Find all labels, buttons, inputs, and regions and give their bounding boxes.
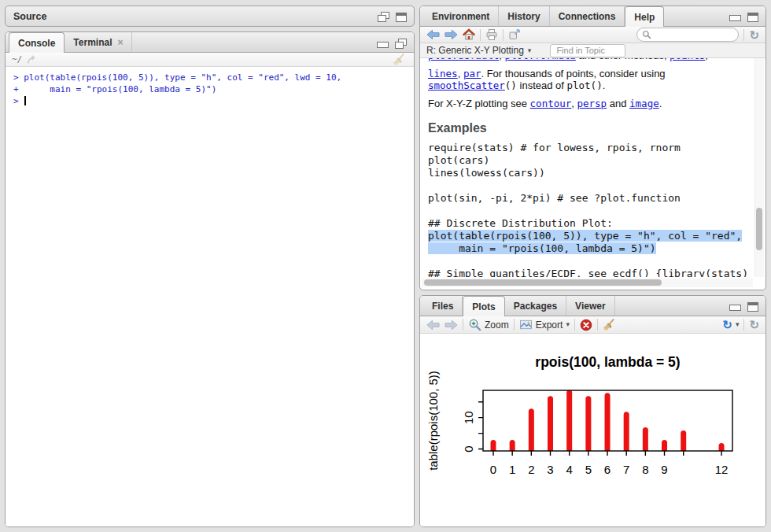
code-line: plot(sin, -pi, 2*pi) # see ?plot.functio…: [428, 192, 751, 205]
rstudio-window: Source ConsoleTerminal× ~/ > plot(table(…: [0, 0, 771, 532]
next-plot-icon[interactable]: [445, 320, 458, 331]
help-content: plot.default, plot.formula and other met…: [420, 58, 754, 277]
tab-connections[interactable]: Connections: [550, 6, 625, 26]
help-text: ,: [458, 68, 463, 79]
svg-text:1: 1: [509, 463, 515, 476]
svg-text:5: 5: [585, 463, 592, 476]
publish-plot-button[interactable]: ↻ ▾: [722, 319, 739, 331]
chevron-down-icon[interactable]: ▾: [528, 47, 532, 54]
horizontal-scrollbar-thumb[interactable]: [424, 279, 662, 286]
chevron-down-icon: ▾: [736, 321, 740, 328]
help-link[interactable]: contour: [530, 98, 572, 109]
help-text: .: [659, 98, 662, 109]
tab-console[interactable]: Console: [9, 32, 65, 53]
help-link[interactable]: plot.default: [428, 58, 499, 61]
maximize-pane-icon[interactable]: [747, 13, 758, 22]
help-text: .: [603, 79, 606, 91]
chevron-down-icon: ▾: [566, 321, 570, 328]
svg-text:0: 0: [462, 445, 475, 452]
help-topic-title: R: Generic X-Y Plotting ▾: [426, 45, 531, 56]
previous-plot-icon[interactable]: [426, 320, 440, 331]
help-text: instead of: [517, 79, 567, 91]
console-output[interactable]: > plot(table(rpois(100, 5)), type = "h",…: [6, 67, 414, 526]
print-icon[interactable]: [485, 28, 498, 41]
source-window-buttons: [378, 12, 407, 22]
close-tab-icon[interactable]: ×: [117, 37, 123, 48]
console-toolbar: ~/: [6, 53, 414, 67]
help-search-input[interactable]: [655, 29, 733, 40]
plots-content: 010012345678912rpois(100, lambda = 5)tab…: [420, 334, 765, 526]
plots-pane: FilesPlotsPackagesViewer Zoom: [419, 295, 766, 527]
help-text: . For thousands of points, consider usin…: [481, 68, 665, 79]
help-paragraph: For X-Y-Z plotting see contour, persp an…: [428, 98, 751, 109]
help-tabstrip: EnvironmentHistoryConnectionsHelp: [420, 6, 765, 27]
tab-packages[interactable]: Packages: [505, 296, 566, 316]
svg-text:9: 9: [661, 463, 667, 476]
vertical-scrollbar-thumb[interactable]: [756, 208, 762, 250]
restore-panes-icon[interactable]: [378, 12, 389, 22]
code-line: [428, 179, 751, 192]
refresh-icon[interactable]: ↻: [749, 29, 759, 41]
plots-tabstrip: FilesPlotsPackagesViewer: [420, 296, 765, 316]
help-link[interactable]: smoothScatter: [428, 79, 505, 91]
code-line: plot(table(rpois(100, 5)), type = "h", c…: [428, 230, 751, 242]
help-link[interactable]: points: [670, 58, 705, 61]
forward-icon[interactable]: [445, 29, 458, 40]
clear-all-plots-broom-icon[interactable]: [603, 318, 616, 331]
minimize-pane-icon[interactable]: [377, 42, 389, 48]
help-text: ,: [499, 58, 504, 61]
open-in-new-window-icon[interactable]: [508, 28, 521, 41]
maximize-pane-icon[interactable]: [396, 13, 407, 22]
tab-files[interactable]: Files: [423, 296, 463, 316]
zoom-plot-button[interactable]: Zoom: [468, 318, 509, 331]
svg-text:10: 10: [462, 411, 475, 424]
remove-plot-icon[interactable]: [580, 319, 592, 331]
help-link[interactable]: lines: [428, 68, 458, 79]
help-pane: EnvironmentHistoryConnectionsHelp: [419, 6, 766, 290]
plots-toolbar: Zoom Export ▾: [420, 316, 765, 334]
find-in-topic-input[interactable]: [550, 44, 625, 57]
export-plot-button[interactable]: Export ▾: [519, 319, 570, 331]
tab-terminal[interactable]: Terminal×: [65, 32, 132, 52]
svg-text:0: 0: [490, 463, 496, 476]
export-image-icon: [519, 319, 533, 331]
console-line: + main = "rpois(100, lambda = 5)"): [13, 83, 414, 95]
tab-plots[interactable]: Plots: [463, 296, 504, 316]
help-code-block: require(stats) # for lowess, rpois, rnor…: [428, 142, 751, 277]
examples-heading: Examples: [428, 122, 751, 134]
svg-text:table(rpois(100, 5)): table(rpois(100, 5)): [426, 371, 440, 471]
minimize-pane-icon[interactable]: [729, 305, 741, 311]
refresh-plot-icon[interactable]: ↻: [749, 319, 759, 331]
svg-text:3: 3: [547, 463, 553, 476]
help-paragraph: lines, par. For thousands of points, con…: [428, 68, 751, 91]
maximize-pane-icon[interactable]: [747, 302, 758, 312]
help-link[interactable]: persp: [577, 98, 607, 109]
tab-viewer[interactable]: Viewer: [566, 296, 614, 316]
help-text: ,: [705, 58, 708, 61]
source-pane-title: Source: [13, 11, 46, 22]
help-link[interactable]: plot.formula: [505, 58, 576, 61]
source-titlebar: Source: [6, 6, 414, 26]
minimize-pane-icon[interactable]: [729, 15, 741, 21]
code-line: [428, 255, 751, 268]
plots-window-buttons: [729, 302, 758, 312]
restore-panes-icon[interactable]: [395, 39, 407, 49]
code-line: main = "rpois(100, lambda = 5)"): [428, 242, 751, 255]
help-link[interactable]: par: [463, 68, 481, 79]
svg-text:rpois(100, lambda = 5): rpois(100, lambda = 5): [535, 354, 680, 370]
home-icon[interactable]: [463, 28, 475, 41]
help-link[interactable]: image: [629, 98, 659, 109]
toolbar-separator: [597, 319, 598, 331]
tab-history[interactable]: History: [499, 6, 549, 26]
console-window-buttons: [377, 39, 407, 49]
tab-environment[interactable]: Environment: [423, 6, 499, 26]
console-line: >: [13, 95, 414, 107]
help-text: For X-Y-Z plotting see: [428, 98, 530, 109]
inline-code: plot(): [567, 79, 603, 91]
svg-text:12: 12: [715, 463, 729, 476]
back-icon[interactable]: [426, 29, 440, 40]
tab-help[interactable]: Help: [625, 6, 664, 27]
code-line: lines(lowess(cars)): [428, 167, 751, 179]
goto-directory-icon[interactable]: [27, 55, 38, 65]
clear-console-broom-icon[interactable]: [393, 53, 406, 66]
